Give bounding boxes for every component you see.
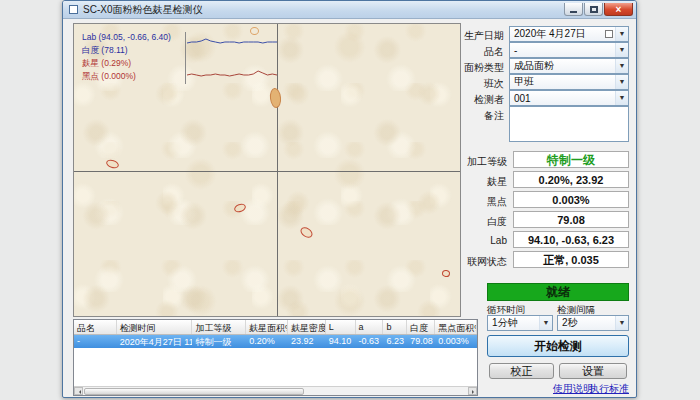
result-label-black-spot: 黑点 [435,195,507,209]
table-cell: 0.20% [246,335,288,348]
column-header[interactable]: L [326,320,356,334]
chevron-down-icon[interactable]: ▼ [615,91,628,105]
table-header: 品名检测时间加工等级麸星面积%麸星密度Lab白度黑点面积% [74,320,477,335]
inspector-value: 001 [510,93,615,104]
scroll-left-icon[interactable] [74,387,83,395]
table-cell: 特制一级 [192,335,246,348]
maximize-button[interactable] [584,3,603,16]
remarks-textarea[interactable] [509,106,629,142]
chevron-down-icon[interactable]: ▼ [539,316,552,330]
result-label-whiteness: 白度 [435,215,507,229]
field-label-inspector: 检测者 [441,93,504,107]
minimize-button[interactable] [564,3,583,16]
calibrate-button[interactable]: 校正 [489,363,554,379]
interval-value: 2秒 [558,316,615,330]
result-value-network-status: 正常, 0.035 [513,251,629,268]
app-window: SC-X0面粉粉色麸星检测仪 × Lab (94.05, -0.66, 6.40… [62,0,637,398]
inspector-select[interactable]: 001▼ [509,90,629,106]
column-header[interactable]: 黑点面积% [435,320,477,334]
product-name-value: - [510,45,615,56]
whiteness-trend-line [187,39,277,43]
column-header[interactable]: 品名 [74,320,117,334]
cycle-time-value: 1分钟 [488,316,539,330]
interval-select[interactable]: 2秒 ▼ [557,315,629,331]
chevron-down-icon[interactable]: ▼ [615,43,628,57]
result-value-whiteness: 79.08 [513,211,629,228]
minimize-icon [570,11,577,13]
column-header[interactable]: 麸星面积% [246,320,288,334]
column-header[interactable]: a [356,320,384,334]
result-label-bran: 麸星 [435,175,507,189]
field-label-remarks: 备注 [441,109,504,123]
calendar-icon [605,30,613,38]
table-cell: 0.003% [435,335,477,348]
column-header[interactable]: 麸星密度 [288,320,326,334]
chevron-down-icon[interactable]: ▼ [615,316,628,330]
table-row[interactable]: -2020年4月27日 11:10特制一级0.20%23.9294.10-0.6… [74,335,477,348]
column-header[interactable]: 加工等级 [192,320,246,334]
overlay-bran-readout: 麸星 (0.29%) [82,57,171,70]
result-value-lab: 94.10, -0.63, 6.23 [513,231,629,248]
result-value-process-grade: 特制一级 [513,151,629,168]
chevron-down-icon[interactable]: ▼ [615,59,628,73]
titlebar[interactable]: SC-X0面粉粉色麸星检测仪 × [63,1,636,19]
bran-speck [105,158,120,170]
app-icon [69,5,78,14]
chevron-down-icon[interactable]: ▼ [615,75,628,89]
close-icon: × [616,4,622,15]
field-label-production-date: 生产日期 [441,29,504,43]
history-table[interactable]: 品名检测时间加工等级麸星面积%麸星密度Lab白度黑点面积% -2020年4月27… [73,319,478,396]
field-label-shift: 班次 [441,77,504,91]
column-header[interactable]: 检测时间 [117,320,193,334]
start-detection-button[interactable]: 开始检测 [487,335,629,357]
table-cell: 6.23 [383,335,407,348]
bran-trend-line [187,71,277,76]
production-date-select[interactable]: 2020年 4月27日▼ [509,26,629,42]
field-label-flour-type: 面粉类型 [441,61,504,75]
table-cell: -0.63 [356,335,384,348]
crosshair-horizontal [74,171,460,172]
horizontal-scrollbar[interactable] [74,386,477,395]
cycle-time-select[interactable]: 1分钟 ▼ [487,315,553,331]
measurement-overlay: Lab (94.05, -0.66, 6.40) 白度 (78.11) 麸星 (… [82,31,171,83]
settings-button[interactable]: 设置 [559,363,627,379]
bran-speck [441,269,450,277]
sample-image-panel[interactable]: Lab (94.05, -0.66, 6.40) 白度 (78.11) 麸星 (… [73,23,461,317]
table-cell: 79.08 [407,335,435,348]
result-label-lab: Lab [435,235,507,246]
chevron-down-icon[interactable]: ▼ [615,27,628,41]
bran-speck [299,225,315,240]
table-cell: - [74,335,117,348]
usage-instructions-link[interactable]: 使用说明 [553,382,593,396]
flour-type-select[interactable]: 成品面粉▼ [509,58,629,74]
result-label-process-grade: 加工等级 [435,155,507,169]
column-header[interactable]: 白度 [407,320,435,334]
bran-speck [233,202,247,214]
production-date-value: 2020年 4月27日 [510,27,605,41]
scroll-right-icon[interactable] [468,387,477,395]
result-value-bran: 0.20%, 23.92 [513,171,629,188]
overlay-whiteness-readout: 白度 (78.11) [82,44,171,57]
column-header[interactable]: b [383,320,407,334]
overlay-blackspot-readout: 黑点 (0.000%) [82,70,171,83]
field-label-product-name: 品名 [441,45,504,59]
shift-select[interactable]: 甲班▼ [509,74,629,90]
bran-speck [269,87,282,108]
window-title: SC-X0面粉粉色麸星检测仪 [83,3,202,17]
scrollbar-thumb[interactable] [84,388,304,395]
execution-standard-link[interactable]: 执行标准 [589,382,629,396]
result-label-network-status: 联网状态 [435,255,507,269]
flour-type-value: 成品面粉 [510,59,615,73]
table-cell: 94.10 [326,335,356,348]
result-value-black-spot: 0.003% [513,191,629,208]
table-cell: 2020年4月27日 11:10 [117,335,193,348]
trend-sparkline-chart [185,32,278,84]
bran-speck [250,27,259,35]
shift-value: 甲班 [510,75,615,89]
overlay-lab-readout: Lab (94.05, -0.66, 6.40) [82,31,171,44]
table-cell: 23.92 [288,335,326,348]
close-button[interactable]: × [604,3,633,16]
product-name-select[interactable]: -▼ [509,42,629,58]
status-banner: 就绪 [487,283,629,301]
maximize-icon [590,6,598,13]
